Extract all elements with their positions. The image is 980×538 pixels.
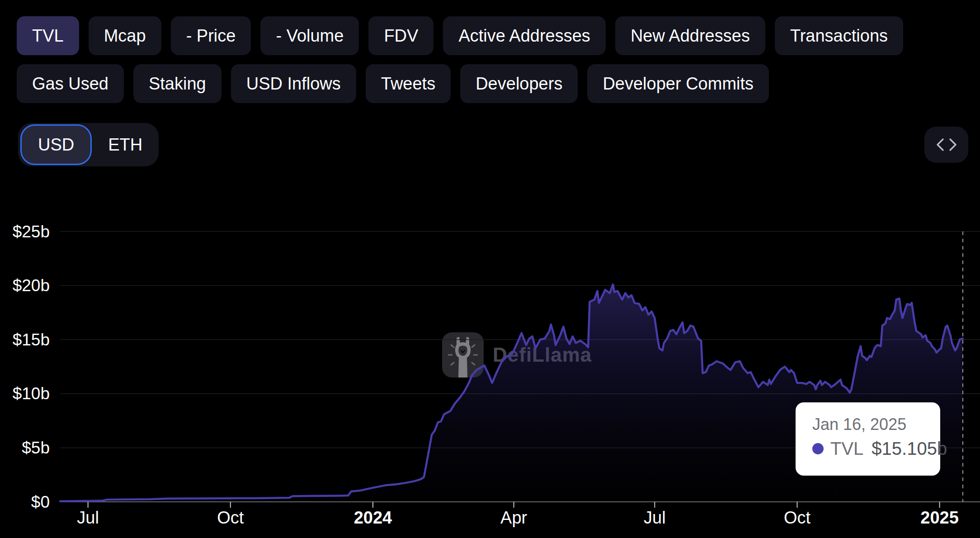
y-axis-label: $15b xyxy=(13,330,50,349)
x-axis-label: Jul xyxy=(644,508,666,527)
y-axis-label: $20b xyxy=(13,276,50,295)
y-axis-label: $10b xyxy=(13,384,50,403)
x-axis-label: Oct xyxy=(217,508,244,527)
y-axis-label: $5b xyxy=(22,439,50,457)
x-axis-label: Oct xyxy=(784,508,811,527)
x-axis-label: Apr xyxy=(500,508,527,527)
y-axis-label: $0 xyxy=(31,493,50,511)
x-axis-label: 2024 xyxy=(354,508,392,527)
tooltip-date: Jan 16, 2025 xyxy=(812,415,940,434)
x-axis-label: 2025 xyxy=(920,508,959,527)
y-axis-label: $25b xyxy=(13,222,50,241)
chart-tooltip: Jan 16, 2025 TVL $15.105b xyxy=(796,402,940,476)
x-axis-label: Jul xyxy=(77,508,99,527)
tooltip-series-label: TVL xyxy=(830,439,863,459)
tooltip-series-value: $15.105b xyxy=(872,439,947,459)
series-dot-icon xyxy=(812,443,824,454)
